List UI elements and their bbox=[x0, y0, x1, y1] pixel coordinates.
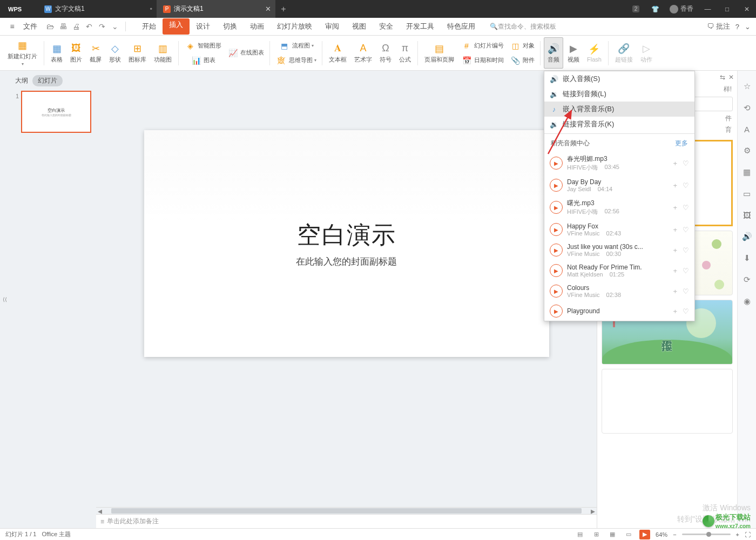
slide[interactable]: 空白演示 在此输入您的封面副标题 bbox=[144, 130, 549, 357]
play-icon[interactable]: ▶ bbox=[550, 264, 563, 277]
add-icon[interactable]: + bbox=[673, 267, 677, 275]
close-icon[interactable]: ✕ bbox=[265, 5, 271, 13]
file-menu[interactable]: 文件 bbox=[19, 20, 42, 33]
help-button[interactable]: ? bbox=[735, 23, 739, 31]
reading-view-icon[interactable]: ▭ bbox=[623, 530, 634, 539]
heart-icon[interactable]: ♡ bbox=[683, 267, 689, 275]
audio-track-item[interactable]: ▶ Happy FoxVFine Music02:43 +♡ bbox=[544, 219, 694, 240]
document-tab-word[interactable]: W 文字文稿1 • bbox=[38, 0, 157, 18]
pane-close-icon[interactable]: ✕ bbox=[728, 73, 734, 81]
ribbon-tab[interactable]: 视图 bbox=[346, 18, 373, 35]
datetime-button[interactable]: 📅日期和时间 bbox=[458, 53, 506, 68]
menu-icon[interactable]: ≡ bbox=[5, 22, 19, 31]
mindmap-button[interactable]: 🕸思维导图▾ bbox=[273, 53, 319, 68]
add-icon[interactable]: + bbox=[673, 226, 677, 234]
sorter-view-icon[interactable]: ▦ bbox=[607, 530, 618, 539]
audio-track-item[interactable]: ▶ Just like you want (30s c...VFine Musi… bbox=[544, 240, 694, 260]
textbox-button[interactable]: 𝐀文本框 bbox=[326, 37, 350, 69]
ribbon-tab[interactable]: 安全 bbox=[373, 18, 400, 35]
wordart-button[interactable]: A艺术字 bbox=[351, 37, 375, 69]
play-icon[interactable]: ▶ bbox=[550, 223, 563, 236]
side-tool-icon[interactable]: A bbox=[744, 125, 750, 134]
audio-track-item[interactable]: ▶ Not Ready For Prime Tim.Matt Kjeldsen0… bbox=[544, 260, 694, 281]
feedback-button[interactable]: 🗨 批注 bbox=[707, 22, 730, 31]
zoom-level[interactable]: 64% bbox=[656, 531, 667, 538]
zoom-out-button[interactable]: − bbox=[673, 531, 676, 538]
table-button[interactable]: ▦表格 bbox=[48, 37, 66, 69]
onlinechart-button[interactable]: 📈在线图表 bbox=[225, 46, 266, 60]
heart-icon[interactable]: ♡ bbox=[683, 204, 689, 212]
side-tool-icon[interactable]: ⟳ bbox=[744, 275, 751, 285]
iconlib-button[interactable]: ⊞图标库 bbox=[125, 37, 150, 69]
play-icon[interactable]: ▶ bbox=[550, 285, 563, 298]
side-tool-icon[interactable]: ⟲ bbox=[744, 103, 751, 113]
qat-button[interactable]: 🗁 bbox=[44, 21, 56, 32]
ribbon-tab[interactable]: 开始 bbox=[136, 18, 163, 35]
flowchart-button[interactable]: ⬒流程图▾ bbox=[273, 39, 319, 53]
play-icon[interactable]: ▶ bbox=[550, 179, 563, 192]
qat-button[interactable]: ↷ bbox=[96, 21, 108, 32]
audio-track-item[interactable]: ▶ Day By DayJay Seidl04:14 +♡ bbox=[544, 175, 694, 195]
attachment-button[interactable]: 📎附件 bbox=[507, 53, 537, 68]
slideshow-button[interactable]: ▶ bbox=[639, 530, 650, 539]
tab-slides[interactable]: 幻灯片 bbox=[32, 75, 63, 86]
menu-caret-icon[interactable]: ⌄ bbox=[745, 23, 751, 31]
skin-icon[interactable]: 👕 bbox=[646, 0, 665, 18]
audio-button[interactable]: 🔊音频 bbox=[544, 37, 563, 69]
side-tool-icon[interactable]: ⬇ bbox=[744, 253, 751, 263]
heart-icon[interactable]: ♡ bbox=[683, 287, 689, 295]
outline-collapse-icon[interactable]: ⟨⟨ bbox=[0, 71, 10, 528]
audio-track-item[interactable]: ▶ 曙光.mp3HIFIVE小嗨02:56 +♡ bbox=[544, 195, 694, 219]
add-icon[interactable]: + bbox=[673, 287, 677, 295]
slidenumber-button[interactable]: #幻灯片编号 bbox=[458, 39, 506, 53]
ribbon-tab[interactable]: 动画 bbox=[244, 18, 271, 35]
play-icon[interactable]: ▶ bbox=[550, 305, 563, 318]
badge-icon[interactable]: 2 bbox=[626, 0, 645, 18]
search-box[interactable]: 🔍查找命令、搜索模板 bbox=[490, 22, 556, 31]
zoom-slider[interactable] bbox=[682, 534, 731, 535]
qat-button[interactable]: ↶ bbox=[83, 21, 95, 32]
ribbon-tab[interactable]: 开发工具 bbox=[400, 18, 441, 35]
user-avatar[interactable]: 香香 bbox=[665, 0, 698, 18]
audio-track-item[interactable]: ▶ Playground +♡ bbox=[544, 301, 694, 321]
side-tool-icon[interactable]: ▦ bbox=[743, 167, 751, 177]
qat-button[interactable]: 🖨 bbox=[70, 21, 82, 32]
new-tab-button[interactable]: + bbox=[275, 0, 292, 18]
notes-view-icon[interactable]: ▤ bbox=[575, 530, 585, 539]
play-icon[interactable]: ▶ bbox=[550, 157, 563, 170]
slide-title[interactable]: 空白演示 bbox=[297, 219, 396, 251]
slide-thumbnail[interactable]: 1 空白演示 在此输入您的封面副标题 bbox=[21, 91, 91, 133]
side-tool-icon[interactable]: ⚙ bbox=[744, 146, 751, 156]
horizontal-scrollbar[interactable]: ◂ ▸ bbox=[96, 507, 597, 514]
add-icon[interactable]: + bbox=[673, 307, 677, 315]
play-icon[interactable]: ▶ bbox=[550, 201, 563, 214]
audio-menu-item[interactable]: 🔉链接到音频(L) bbox=[544, 86, 694, 102]
audio-menu-item[interactable]: 🔊嵌入音频(S) bbox=[544, 71, 694, 86]
video-button[interactable]: ▶视频 bbox=[564, 37, 583, 69]
play-icon[interactable]: ▶ bbox=[550, 244, 563, 256]
side-tool-icon[interactable]: ◉ bbox=[744, 296, 751, 306]
side-tool-icon[interactable]: ☆ bbox=[744, 82, 751, 91]
shape-button[interactable]: ◇形状 bbox=[106, 37, 124, 69]
maximize-button[interactable]: □ bbox=[718, 0, 737, 18]
add-icon[interactable]: + bbox=[673, 181, 677, 190]
ribbon-tab[interactable]: 插入 bbox=[163, 18, 190, 35]
heart-icon[interactable]: ♡ bbox=[683, 181, 689, 190]
audio-track-item[interactable]: ▶ ColoursVFine Music02:38 +♡ bbox=[544, 281, 694, 301]
ribbon-tab[interactable]: 审阅 bbox=[319, 18, 346, 35]
heart-icon[interactable]: ♡ bbox=[683, 159, 689, 167]
fit-to-window-button[interactable]: ⛶ bbox=[745, 531, 751, 538]
ribbon-tab[interactable]: 切换 bbox=[217, 18, 244, 35]
notes-area[interactable]: ≡ 单击此处添加备注 bbox=[96, 514, 597, 528]
picture-button[interactable]: 🖼图片 bbox=[67, 37, 85, 69]
object-button[interactable]: ◫对象 bbox=[507, 39, 537, 53]
normal-view-icon[interactable]: ⊞ bbox=[591, 530, 602, 539]
zoom-in-button[interactable]: + bbox=[736, 531, 739, 538]
qat-button[interactable]: 🖶 bbox=[57, 21, 69, 32]
template-card[interactable] bbox=[602, 369, 733, 434]
ribbon-tab[interactable]: 幻灯片放映 bbox=[271, 18, 319, 35]
ribbon-tab[interactable]: 特色应用 bbox=[441, 18, 482, 35]
close-icon[interactable]: • bbox=[150, 5, 152, 13]
new-slide-button[interactable]: ▦新建幻灯片▾ bbox=[4, 37, 40, 69]
equation-button[interactable]: π公式 bbox=[396, 37, 414, 69]
